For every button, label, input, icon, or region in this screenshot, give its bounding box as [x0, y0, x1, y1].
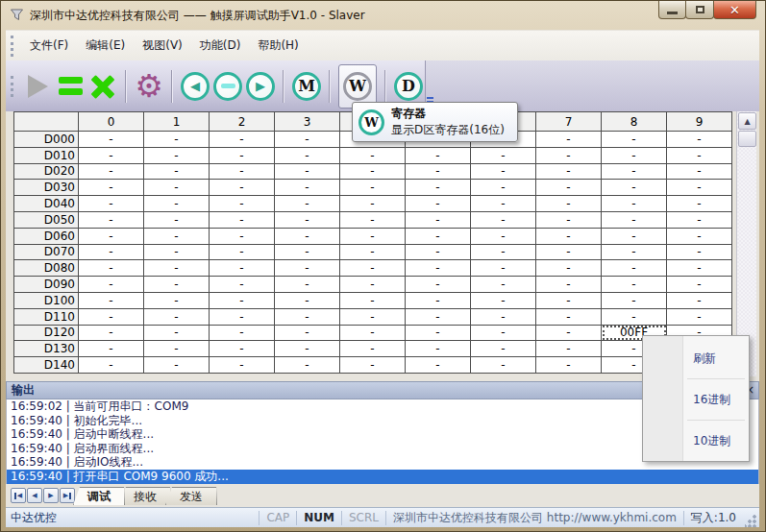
- grid-cell[interactable]: -: [667, 196, 732, 212]
- grid-cell[interactable]: -: [144, 260, 210, 277]
- grid-cell[interactable]: -: [79, 211, 144, 228]
- grid-cell[interactable]: -: [406, 357, 471, 374]
- grid-cell[interactable]: -: [275, 196, 340, 212]
- grid-cell[interactable]: -: [602, 308, 667, 325]
- grid-cell[interactable]: -: [144, 196, 210, 212]
- grid-cell[interactable]: -: [667, 132, 732, 148]
- log-line[interactable]: 16:59:40 | 打开串口 COM9 9600 成功...: [7, 470, 758, 484]
- grid-cell[interactable]: -: [275, 325, 340, 341]
- grid-cell[interactable]: -: [144, 147, 210, 163]
- grid-cell[interactable]: -: [144, 228, 210, 244]
- menu-item-3[interactable]: 功能(D): [191, 35, 250, 57]
- tab-1[interactable]: 接收: [119, 487, 171, 505]
- grid-cell[interactable]: -: [144, 163, 210, 180]
- grid-cell[interactable]: -: [536, 147, 602, 163]
- grid-cell[interactable]: -: [340, 260, 406, 277]
- tab-nav-first-button[interactable]: ◀: [11, 488, 26, 503]
- grid-cell[interactable]: -: [667, 292, 732, 308]
- grid-cell[interactable]: -: [340, 325, 406, 341]
- grid-cell[interactable]: -: [340, 196, 406, 212]
- equals-button[interactable]: [54, 66, 86, 107]
- grid-cell[interactable]: -: [79, 244, 144, 260]
- grid-cell[interactable]: -: [406, 260, 471, 277]
- tab-nav-last-button[interactable]: ▶: [60, 488, 75, 503]
- grid-cell[interactable]: -: [210, 277, 275, 293]
- grid-cell[interactable]: -: [471, 277, 536, 293]
- grid-cell[interactable]: -: [79, 196, 144, 212]
- grid-cell[interactable]: -: [602, 277, 667, 293]
- grid-cell[interactable]: -: [536, 211, 602, 228]
- grid-cell[interactable]: -: [536, 325, 602, 341]
- grid-cell[interactable]: -: [602, 180, 667, 196]
- grid-cell[interactable]: -: [79, 341, 144, 357]
- grid-cell[interactable]: -: [602, 163, 667, 180]
- grid-cell[interactable]: -: [275, 277, 340, 293]
- grid-cell[interactable]: -: [471, 244, 536, 260]
- settings-button[interactable]: ⚙: [133, 66, 165, 107]
- grid-cell[interactable]: -: [667, 147, 732, 163]
- grid-cell[interactable]: -: [144, 180, 210, 196]
- grid-cell[interactable]: -: [210, 228, 275, 244]
- context-menu-item-2[interactable]: 10进制: [643, 421, 749, 461]
- grid-cell[interactable]: -: [406, 277, 471, 293]
- grid-cell[interactable]: -: [210, 196, 275, 212]
- grid-cell[interactable]: -: [79, 180, 144, 196]
- grid-cell[interactable]: -: [536, 341, 602, 357]
- grid-cell[interactable]: -: [536, 244, 602, 260]
- grid-cell[interactable]: -: [471, 260, 536, 277]
- maximize-button[interactable]: [685, 1, 714, 19]
- grid-cell[interactable]: -: [536, 277, 602, 293]
- grid-cell[interactable]: -: [536, 132, 602, 148]
- grid-cell[interactable]: -: [536, 357, 602, 374]
- grid-cell[interactable]: -: [667, 228, 732, 244]
- grid-cell[interactable]: -: [275, 132, 340, 148]
- forward-button[interactable]: ▶: [244, 66, 277, 107]
- tab-nav-prev-button[interactable]: ◀: [27, 488, 42, 503]
- grid-cell[interactable]: -: [536, 308, 602, 325]
- grid-cell[interactable]: -: [667, 163, 732, 180]
- grid-cell[interactable]: -: [536, 260, 602, 277]
- grid-cell[interactable]: -: [275, 244, 340, 260]
- resize-grip[interactable]: [745, 515, 757, 527]
- tab-0[interactable]: 调试: [73, 487, 125, 505]
- grid-cell[interactable]: -: [144, 357, 210, 374]
- grid-cell[interactable]: -: [275, 308, 340, 325]
- grid-cell[interactable]: -: [144, 277, 210, 293]
- grid-cell[interactable]: -: [602, 147, 667, 163]
- grid-cell[interactable]: -: [340, 228, 406, 244]
- grid-cell[interactable]: -: [602, 292, 667, 308]
- grid-cell[interactable]: -: [340, 308, 406, 325]
- grid-cell[interactable]: -: [210, 244, 275, 260]
- grid-cell[interactable]: -: [144, 308, 210, 325]
- grid-cell[interactable]: -: [210, 163, 275, 180]
- grid-cell[interactable]: -: [536, 180, 602, 196]
- grid-cell[interactable]: -: [536, 196, 602, 212]
- grid-cell[interactable]: -: [275, 292, 340, 308]
- grid-cell[interactable]: -: [406, 325, 471, 341]
- grid-cell[interactable]: -: [79, 357, 144, 374]
- toolbar-grip[interactable]: [11, 76, 13, 97]
- grid-cell[interactable]: -: [275, 341, 340, 357]
- grid-cell[interactable]: -: [602, 244, 667, 260]
- tab-2[interactable]: 发送: [165, 487, 217, 505]
- menu-item-4[interactable]: 帮助(H): [249, 35, 307, 57]
- menu-grip[interactable]: [11, 36, 13, 57]
- grid-cell[interactable]: -: [471, 325, 536, 341]
- grid-cell[interactable]: -: [471, 341, 536, 357]
- grid-cell[interactable]: -: [602, 132, 667, 148]
- grid-cell[interactable]: -: [79, 277, 144, 293]
- grid-cell[interactable]: -: [667, 277, 732, 293]
- grid-cell[interactable]: -: [667, 260, 732, 277]
- grid-cell[interactable]: -: [79, 260, 144, 277]
- title-bar[interactable]: 深圳市中达优控科技有限公司 —— 触摸屏调试助手V1.0 - Slaver ✕: [1, 1, 765, 30]
- grid-cell[interactable]: -: [340, 277, 406, 293]
- grid-cell[interactable]: -: [275, 163, 340, 180]
- grid-cell[interactable]: -: [602, 196, 667, 212]
- pause-button[interactable]: [211, 66, 244, 107]
- stop-button[interactable]: [86, 66, 119, 107]
- grid-cell[interactable]: -: [79, 132, 144, 148]
- grid-cell[interactable]: -: [471, 308, 536, 325]
- grid-cell[interactable]: -: [471, 228, 536, 244]
- grid-cell[interactable]: -: [667, 244, 732, 260]
- scrollbar-thumb[interactable]: [738, 131, 756, 147]
